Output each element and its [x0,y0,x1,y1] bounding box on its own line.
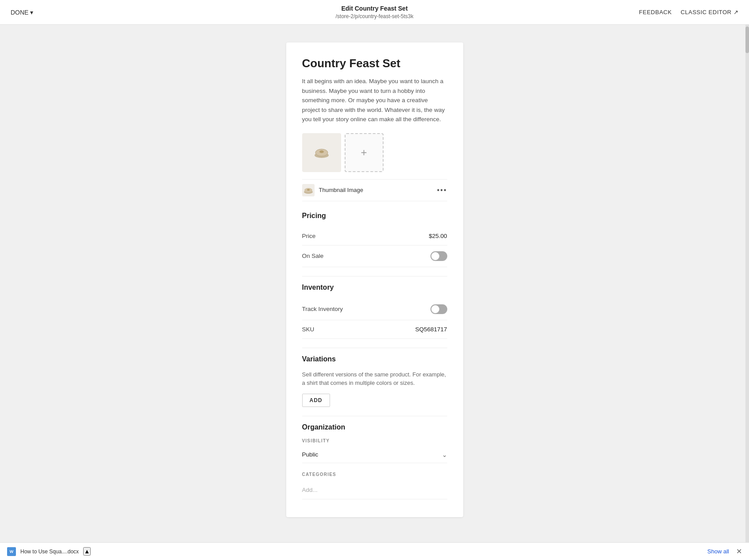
organization-section: Organization VISIBILITY Public ⌄ CATEGOR… [302,423,447,499]
add-image-button[interactable]: + [345,133,384,172]
top-bar: DONE ▾ Edit Country Feast Set /store-2/p… [0,0,749,25]
close-download-button[interactable]: ✕ [736,547,742,556]
price-value: $25.00 [429,233,447,239]
feedback-button[interactable]: FEEDBACK [639,9,672,15]
track-inventory-label: Track Inventory [302,306,343,312]
thumbnail-svg [302,184,315,196]
svg-point-3 [319,150,324,153]
done-button[interactable]: DONE ▾ [11,9,33,16]
product-title[interactable]: Country Feast Set [302,57,447,70]
visibility-value: Public [302,451,319,458]
categories-sublabel: CATEGORIES [302,472,447,477]
on-sale-row: On Sale [302,245,447,267]
variations-header: Variations [302,355,447,363]
price-row[interactable]: Price $25.00 [302,227,447,245]
product-image-svg [312,143,331,162]
classic-editor-button[interactable]: CLASSIC EDITOR ↗ [680,9,738,15]
sku-label: SKU [302,326,315,333]
thumbnail-mini-image [302,184,315,196]
variations-section: Variations Sell different versions of th… [302,355,447,407]
thumbnail-row-left: Thumbnail Image [302,184,363,196]
categories-row[interactable]: Add... [302,480,447,499]
images-row: + [302,133,447,172]
categories-placeholder: Add... [302,487,318,493]
top-bar-right: FEEDBACK CLASSIC EDITOR ↗ [639,9,738,15]
inventory-section: Inventory Track Inventory SKU SQ5681717 [302,284,447,339]
inventory-header: Inventory [302,284,447,292]
svg-point-6 [307,189,310,191]
external-link-icon: ↗ [734,9,739,15]
doc-icon: W [7,547,16,556]
page-url: /store-2/p/country-feast-set-5ts3k [335,13,413,19]
download-bar-left: W How to Use Squa....docx ▲ [7,547,91,556]
pricing-header: Pricing [302,212,447,220]
chevron-up-icon: ▲ [84,548,90,555]
page-title: Edit Country Feast Set [335,5,413,12]
variations-divider [302,416,447,416]
product-image-1[interactable] [302,133,341,172]
product-description[interactable]: It all begins with an idea. Maybe you wa… [302,77,447,124]
done-label: DONE [11,9,28,16]
variations-description: Sell different versions of the same prod… [302,370,447,387]
doc-filename: How to Use Squa....docx [20,548,79,555]
download-chevron-button[interactable]: ▲ [83,547,91,556]
pricing-divider [302,276,447,276]
thumbnail-row: Thumbnail Image ••• [302,179,447,201]
main-content: Country Feast Set It all begins with an … [0,25,749,544]
visibility-select[interactable]: Public ⌄ [302,447,447,463]
track-inventory-row: Track Inventory [302,299,447,320]
track-inventory-toggle[interactable] [430,304,447,314]
done-chevron: ▾ [30,9,33,16]
on-sale-label: On Sale [302,253,324,259]
thumbnail-more-button[interactable]: ••• [437,186,447,194]
sku-row[interactable]: SKU SQ5681717 [302,320,447,339]
sku-value: SQ5681717 [415,326,447,333]
editor-panel: Country Feast Set It all begins with an … [286,42,463,517]
download-bar-right: Show all ✕ [707,547,742,556]
on-sale-toggle[interactable] [430,251,447,261]
price-label: Price [302,233,316,239]
plus-icon: + [361,146,367,159]
scroll-thumb[interactable] [745,27,749,53]
scrollbar[interactable] [745,25,749,542]
pricing-section: Pricing Price $25.00 On Sale [302,212,447,267]
inventory-divider [302,348,447,348]
show-all-button[interactable]: Show all [707,548,729,555]
add-variation-button[interactable]: ADD [302,394,330,407]
thumbnail-label: Thumbnail Image [319,187,363,193]
classic-editor-label: CLASSIC EDITOR [680,9,731,15]
visibility-sublabel: VISIBILITY [302,438,447,443]
organization-header: Organization [302,423,447,431]
top-bar-center: Edit Country Feast Set /store-2/p/countr… [335,5,413,20]
chevron-down-icon: ⌄ [442,451,447,458]
download-bar: W How to Use Squa....docx ▲ Show all ✕ [0,542,749,560]
